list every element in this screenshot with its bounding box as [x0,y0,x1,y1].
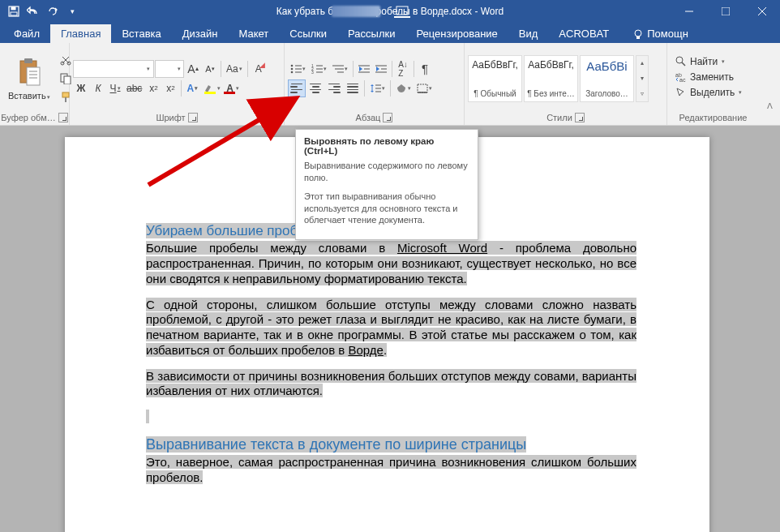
svg-rect-50 [418,84,427,92]
heading-1: Убираем большие проб [146,223,298,238]
tell-me-search[interactable]: Помощн [626,24,695,43]
titlebar: ▾ Как убрать большие пробелы в Ворде.doc… [0,0,780,23]
ribbon-tabs: Файл Главная Вставка Дизайн Макет Ссылки… [0,23,780,43]
style-normal[interactable]: АаБбВвГг,¶ Обычный [468,55,522,102]
find-button[interactable]: Найти▾ [672,54,745,69]
style-heading1[interactable]: АаБбВіЗаголово… [580,55,634,102]
tooltip-text-1: Выравнивание содержимого по левому полю. [304,160,469,184]
redo-icon[interactable] [44,2,62,20]
svg-line-53 [682,62,685,66]
tab-home[interactable]: Главная [50,24,111,43]
svg-rect-6 [722,7,730,15]
numbering-icon[interactable]: 123▾ [309,60,329,78]
quick-access-toolbar: ▾ [0,2,86,20]
tooltip-title: Выровнять по левому краю (Ctrl+L) [304,136,469,156]
tab-design[interactable]: Дизайн [172,24,229,43]
select-button[interactable]: Выделить▾ [672,85,745,100]
group-label-editing: Редактирование [679,113,748,122]
clear-formatting-icon[interactable]: A◢ [251,60,267,78]
bullets-icon[interactable]: ▾ [288,60,308,78]
tab-file[interactable]: Файл [3,24,50,43]
svg-rect-23 [204,92,216,94]
multilevel-list-icon[interactable]: ▾ [330,60,350,78]
paragraph-4: Это, наверное, самая распространенная пр… [146,455,636,484]
font-launcher[interactable] [188,113,198,122]
account-area[interactable] [332,6,380,17]
bold-icon[interactable]: Ж [73,79,89,97]
svg-point-27 [291,67,294,70]
svg-rect-22 [65,97,66,102]
style-no-spacing[interactable]: АаБбВвГг,¶ Без инте… [524,55,578,102]
align-center-icon[interactable] [306,79,324,97]
collapse-ribbon-icon[interactable]: ᐱ [759,43,780,125]
justify-icon[interactable] [344,79,362,97]
window-controls [671,0,780,23]
group-label-font: Шрифт [156,113,185,122]
shading-icon[interactable]: ▾ [393,79,414,97]
strikethrough-icon[interactable]: abc [124,79,144,97]
tell-me-label: Помощн [647,28,688,40]
grow-font-icon[interactable]: A▴ [185,60,201,78]
svg-point-25 [291,64,294,66]
font-color-icon[interactable]: A▾ [224,79,242,97]
replace-button[interactable]: abacЗаменить [672,70,745,84]
undo-icon[interactable] [24,2,42,20]
group-font: ▾ ▾ A▴ A▾ Aa▾ A◢ Ж К Ч▾ abc x2 x2 [70,43,285,125]
align-right-icon[interactable] [325,79,343,97]
svg-rect-13 [27,67,40,85]
group-label-styles: Стили [546,113,572,122]
paragraph-2: С одной стороны, слишком большие отступы… [146,298,636,357]
styles-launcher[interactable] [575,113,585,122]
increase-indent-icon[interactable] [373,60,389,78]
highlight-icon[interactable]: ▾ [201,79,223,97]
paragraph-launcher[interactable] [383,113,392,122]
svg-rect-2 [11,12,17,15]
tab-references[interactable]: Ссылки [279,24,337,43]
tab-insert[interactable]: Вставка [111,24,171,43]
align-left-icon[interactable] [288,79,306,97]
select-icon [675,87,687,98]
subscript-icon[interactable]: x2 [145,79,161,97]
shrink-font-icon[interactable]: A▾ [202,60,218,78]
tab-mailings[interactable]: Рассылки [337,24,405,43]
font-size-combo[interactable]: ▾ [155,60,184,78]
italic-icon[interactable]: К [90,79,106,97]
svg-text:3: 3 [311,70,314,74]
group-editing: Найти▾ abacЗаменить Выделить▾ Редактиров… [667,43,759,125]
paste-button[interactable]: Вставить▾ [3,54,55,102]
save-icon[interactable] [5,2,23,20]
paragraph-3: В зависимости от причины возникновения б… [146,369,636,398]
tab-layout[interactable]: Макет [228,24,279,43]
minimize-button[interactable] [671,0,707,23]
clipboard-launcher[interactable] [58,113,68,122]
show-marks-icon[interactable]: ¶ [417,60,433,78]
styles-gallery-more[interactable]: ▴▾▿ [636,55,649,102]
line-spacing-icon[interactable]: ▾ [367,79,388,97]
change-case-icon[interactable]: Aa▾ [224,60,245,78]
superscript-icon[interactable]: x2 [162,79,178,97]
borders-icon[interactable]: ▾ [414,79,435,97]
close-button[interactable] [744,0,780,23]
ribbon: Вставить▾ Буфер обм… ▾ ▾ A▴ A▾ Aa▾ [0,43,780,126]
qat-customize-icon[interactable]: ▾ [63,2,81,20]
sort-icon[interactable]: A↓Z [395,60,411,78]
svg-point-9 [635,30,641,36]
svg-rect-24 [224,92,235,94]
underline-icon[interactable]: Ч▾ [107,79,123,97]
group-label-clipboard: Буфер обм… [1,113,55,122]
decrease-indent-icon[interactable] [356,60,372,78]
paragraph-1: Большие пробелы между словами в Microsof… [146,241,636,285]
lightbulb-icon [632,28,644,40]
paste-label: Вставить [8,91,46,101]
tab-review[interactable]: Рецензирование [405,24,508,43]
tab-acrobat[interactable]: ACROBAT [548,24,619,43]
font-name-combo[interactable]: ▾ [73,60,154,78]
window-title: Как убрать большие пробелы в Ворде.docx … [276,6,504,17]
svg-rect-12 [24,58,32,63]
tab-view[interactable]: Вид [508,24,549,43]
group-label-paragraph: Абзац [356,113,381,122]
group-clipboard: Вставить▾ Буфер обм… [0,43,70,125]
svg-text:ac: ac [679,77,686,83]
maximize-button[interactable] [707,0,744,23]
text-effects-icon[interactable]: A▾ [184,79,200,97]
